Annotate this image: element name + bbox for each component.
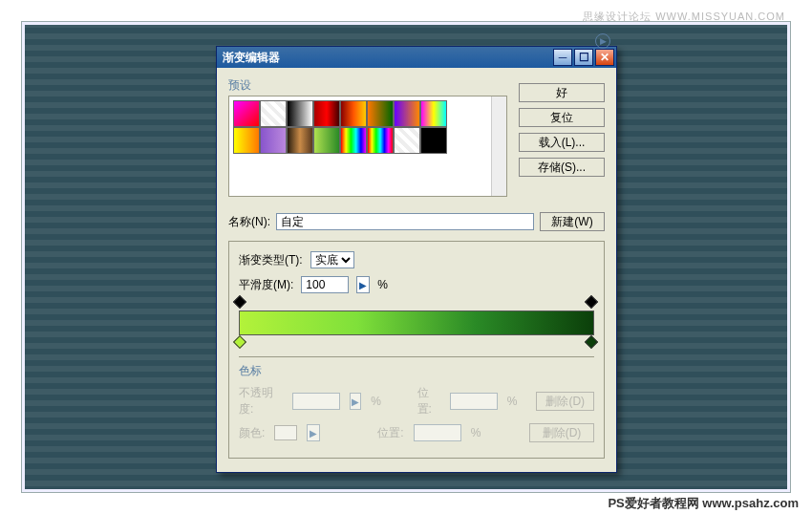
name-label: 名称(N): [228,214,270,230]
gradient-editor-dialog: 渐变编辑器 ─ ☐ ✕ 预设 ▶ 好 复位 [216,46,617,473]
minimize-button[interactable]: ─ [553,49,572,66]
preset-swatch[interactable] [287,100,313,127]
preset-swatch[interactable] [313,100,340,127]
color-delete-button[interactable]: 删除(D) [529,423,594,442]
type-label: 渐变类型(T): [239,252,303,268]
preset-swatch[interactable] [394,100,420,127]
titlebar[interactable]: 渐变编辑器 ─ ☐ ✕ [217,47,616,68]
new-button[interactable]: 新建(W) [540,212,605,231]
type-select[interactable]: 实底 [310,251,354,268]
preset-swatch[interactable] [313,127,340,154]
close-button[interactable]: ✕ [595,49,614,66]
preset-swatch[interactable] [420,100,447,127]
gradient-bar-wrap [239,311,594,335]
dialog-title: 渐变编辑器 [223,50,553,66]
preset-swatch[interactable] [233,100,260,127]
opacity-position-label: 位置: [417,385,440,418]
preset-swatch[interactable] [420,127,447,154]
reset-button[interactable]: 复位 [519,108,605,127]
opacity-label: 不透明度: [239,385,283,418]
preset-swatch[interactable] [367,127,394,154]
color-position-label: 位置: [377,425,403,441]
opacity-delete-button[interactable]: 删除(D) [536,392,594,411]
smoothness-spinner[interactable]: ▶ [356,276,370,293]
presets-scrollbar[interactable] [491,96,506,196]
presets-box [228,96,507,197]
preset-swatch[interactable] [340,127,367,154]
color-spinner[interactable]: ▶ [307,424,320,441]
opacity-spinner[interactable]: ▶ [350,393,362,410]
presets-label: 预设 [228,77,507,94]
gradient-bar[interactable] [239,311,594,335]
stops-label: 色标 [239,363,594,379]
color-stop-left[interactable] [235,337,246,349]
save-button[interactable]: 存储(S)... [519,158,605,177]
smoothness-label: 平滑度(M): [239,277,293,293]
load-button[interactable]: 载入(L)... [519,133,605,152]
smoothness-input[interactable] [301,276,349,293]
opacity-position-input[interactable] [450,393,498,410]
gradient-settings: 渐变类型(T): 实底 平滑度(M): ▶ % [228,241,605,459]
opacity-stop-right[interactable] [587,297,598,309]
presets-menu-button[interactable]: ▶ [595,33,610,49]
watermark-top: 思缘设计论坛 WWW.MISSYUAN.COM [583,10,785,24]
preset-swatch[interactable] [340,100,367,127]
preset-swatch[interactable] [260,100,287,127]
color-stop-right[interactable] [587,337,598,349]
preset-swatch[interactable] [394,127,420,154]
name-input[interactable] [276,213,534,230]
maximize-button[interactable]: ☐ [574,49,593,66]
opacity-input[interactable] [292,393,340,410]
preset-swatch[interactable] [233,127,260,154]
preset-swatch[interactable] [367,100,394,127]
percent-label: % [377,278,388,291]
ok-button[interactable]: 好 [519,83,605,102]
color-position-input[interactable] [414,424,461,441]
opacity-stop-left[interactable] [235,297,246,309]
preset-swatch[interactable] [287,127,313,154]
watermark-bottom: PS爱好者教程网 www.psahz.com [608,495,799,512]
color-well[interactable] [274,425,297,440]
color-label: 颜色: [239,425,265,441]
preset-swatch[interactable] [260,127,287,154]
